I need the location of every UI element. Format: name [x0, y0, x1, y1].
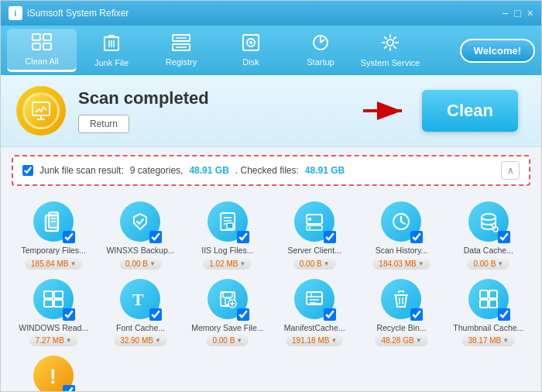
- maximize-button[interactable]: □: [514, 7, 520, 19]
- title-bar: i iSumsoft System Refixer − □ ×: [1, 1, 541, 26]
- arrow-icon: [363, 99, 410, 122]
- result-checkbox[interactable]: [22, 165, 33, 176]
- svg-rect-65: [489, 291, 497, 298]
- return-button[interactable]: Return: [78, 115, 129, 133]
- svg-point-37: [309, 227, 311, 229]
- grid-item-winsxs-backup[interactable]: WINSXS Backup...0.00 B ▼: [98, 200, 182, 270]
- app-icon: i: [9, 6, 22, 20]
- nav-item-clean-all[interactable]: Clean All: [7, 29, 77, 72]
- svg-rect-2: [33, 43, 40, 50]
- nav-item-startup[interactable]: Startup: [286, 29, 355, 72]
- nav-bar: Clean AllJunk FileRegistryDiskStartupSys…: [1, 26, 541, 75]
- item-checkbox-winsxs-backup[interactable]: [149, 231, 162, 243]
- svg-rect-46: [44, 300, 53, 307]
- grid-item-recycle-bin[interactable]: Recycle Bin...48.28 GB ▼: [359, 277, 443, 347]
- item-icon-wrap-thumbnail-cache: [467, 277, 510, 321]
- window-controls[interactable]: − □ ×: [502, 7, 533, 19]
- grid-item-font-cache[interactable]: TFont Cache...32.90 MB ▼: [98, 277, 182, 347]
- items-grid: Temporary Files...185.84 MB ▼WINSXS Back…: [1, 194, 541, 392]
- item-checkbox-manifest-cache[interactable]: [324, 308, 336, 321]
- welcome-button[interactable]: Welcome!: [460, 39, 535, 63]
- nav-item-label-clean-all: Clean All: [25, 57, 58, 66]
- item-size-thumbnail-cache[interactable]: 38.17 MB ▼: [461, 335, 515, 346]
- item-size-winsxs-backup[interactable]: 0.00 B ▼: [119, 258, 162, 270]
- close-button[interactable]: ×: [527, 7, 533, 19]
- nav-item-system-service[interactable]: System Service: [355, 29, 425, 72]
- svg-rect-26: [49, 212, 58, 228]
- item-size-scan-history[interactable]: 184.03 MB ▼: [372, 258, 430, 270]
- item-size-data-cache[interactable]: 0.00 B ▼: [467, 258, 509, 270]
- item-name-thumbnail-cache: Thumbnail Cache...: [453, 323, 523, 333]
- result-separator: . Checked files:: [235, 165, 299, 176]
- item-name-font-cache: Font Cache...: [116, 323, 165, 333]
- nav-item-label-startup: Startup: [307, 57, 334, 67]
- svg-rect-67: [489, 300, 497, 308]
- grid-item-temporary-files[interactable]: Temporary Files...185.84 MB ▼: [12, 200, 95, 270]
- item-size-temporary-files[interactable]: 185.84 MB ▼: [25, 258, 82, 270]
- item-name-server-client: Server Client...: [287, 246, 341, 256]
- item-checkbox-data-cache[interactable]: [498, 231, 510, 243]
- clean-button[interactable]: Clean: [422, 90, 518, 132]
- scan-banner: Scan completed Return Clean: [1, 75, 541, 147]
- svg-rect-33: [227, 223, 233, 229]
- item-size-memory-save[interactable]: 0.00 B ▼: [206, 335, 249, 346]
- item-icon-wrap-winsxs-backup: [118, 200, 162, 243]
- nav-item-junk-file[interactable]: Junk File: [77, 29, 146, 72]
- svg-point-41: [482, 214, 496, 220]
- scan-actions: Clean: [363, 90, 518, 132]
- item-name-manifest-cache: ManifestCache...: [284, 323, 345, 333]
- svg-rect-50: [223, 292, 232, 297]
- item-checkbox-memory-save[interactable]: [237, 308, 249, 321]
- result-size1: 48.91 GB: [189, 165, 228, 176]
- item-checkbox-server-client[interactable]: [324, 231, 336, 243]
- main-content: Scan completed Return Clean Junk file sc…: [1, 75, 541, 392]
- svg-point-15: [249, 41, 252, 44]
- grid-item-scan-history[interactable]: Scan History...184.03 MB ▼: [359, 200, 443, 270]
- grid-item-windows-read[interactable]: WINDOWS Read...7.27 MB ▼: [12, 277, 95, 347]
- svg-line-40: [401, 222, 405, 224]
- svg-text:T: T: [132, 290, 144, 309]
- item-size-iis-log-files[interactable]: 1.02 MB ▼: [203, 258, 252, 270]
- grid-item-server-client[interactable]: Server Client...0.00 B ▼: [273, 200, 356, 270]
- item-size-manifest-cache[interactable]: 191.18 MB ▼: [286, 335, 343, 346]
- svg-rect-66: [480, 300, 488, 308]
- minimize-button[interactable]: −: [502, 7, 508, 19]
- svg-rect-44: [44, 291, 53, 298]
- item-name-winsxs-backup: WINSXS Backup...: [106, 246, 174, 256]
- svg-rect-47: [54, 300, 63, 307]
- item-size-recycle-bin[interactable]: 48.28 GB ▼: [375, 335, 427, 346]
- item-checkbox-iis-log-files[interactable]: [237, 231, 249, 243]
- item-size-font-cache[interactable]: 32.90 MB ▼: [114, 335, 167, 346]
- item-checkbox-temporary-files[interactable]: [63, 231, 75, 243]
- nav-item-registry[interactable]: Registry: [146, 29, 216, 72]
- item-checkbox-thumbnail-cache[interactable]: [498, 308, 510, 321]
- grid-item-memory-save[interactable]: Memory Save File...0.00 B ▼: [186, 277, 269, 347]
- nav-item-label-system-service: System Service: [361, 58, 420, 67]
- item-checkbox-font-cache[interactable]: [149, 308, 162, 321]
- item-checkbox-scan-history[interactable]: [410, 231, 423, 243]
- grid-item-data-cache[interactable]: Data Cache...0.00 B ▼: [447, 200, 530, 270]
- item-size-server-client[interactable]: 0.00 B ▼: [293, 258, 336, 270]
- item-checkbox-windows-read[interactable]: [63, 308, 75, 321]
- item-checkbox-recycle-bin[interactable]: [410, 308, 423, 321]
- svg-rect-0: [33, 34, 40, 40]
- grid-item-thumbnail-cache[interactable]: Thumbnail Cache...38.17 MB ▼: [447, 277, 530, 347]
- scan-title: Scan completed: [78, 88, 351, 108]
- item-checkbox-error-report[interactable]: [63, 385, 75, 392]
- result-size2: 48.91 GB: [305, 165, 345, 176]
- svg-text:!: !: [50, 365, 57, 387]
- collapse-button[interactable]: ∧: [501, 161, 520, 180]
- nav-item-disk[interactable]: Disk: [216, 29, 286, 72]
- grid-item-iis-log-files[interactable]: IIS Log Files...1.02 MB ▼: [186, 200, 269, 270]
- scan-icon-circle: [16, 86, 66, 136]
- svg-rect-3: [43, 43, 51, 50]
- item-size-windows-read[interactable]: 7.27 MB ▼: [29, 335, 78, 346]
- grid-item-error-report[interactable]: !Error Report...: [12, 354, 95, 392]
- grid-item-manifest-cache[interactable]: ManifestCache...191.18 MB ▼: [273, 277, 356, 347]
- svg-point-35: [308, 218, 311, 221]
- item-icon-wrap-manifest-cache: [293, 277, 336, 321]
- system-service-icon: [381, 33, 400, 55]
- item-icon-wrap-server-client: [293, 200, 336, 243]
- item-icon-wrap-data-cache: [467, 200, 510, 243]
- disk-icon: [242, 34, 259, 54]
